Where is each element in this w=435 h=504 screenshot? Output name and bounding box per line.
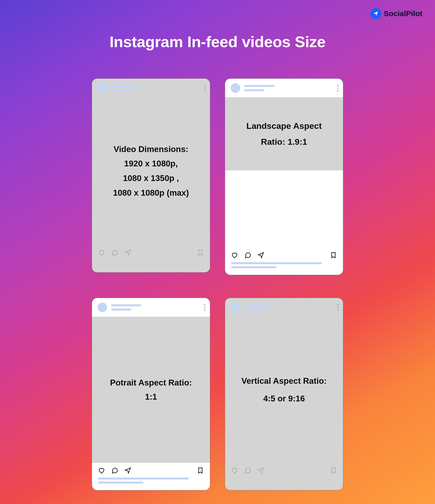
share-icon bbox=[124, 467, 131, 475]
heart-icon bbox=[98, 249, 105, 257]
share-icon bbox=[257, 467, 264, 475]
skeleton-line bbox=[111, 304, 141, 306]
skeleton-line bbox=[244, 85, 274, 87]
vertical-line: 4:5 or 9:16 bbox=[241, 392, 327, 406]
avatar bbox=[231, 83, 240, 93]
cards-grid: Video Dimensions: 1920 x 1080p, 1080 x 1… bbox=[91, 78, 344, 490]
media-area-landscape: Landscape Aspect Ratio: 1.9:1 bbox=[225, 97, 343, 170]
post-header bbox=[225, 79, 343, 97]
share-icon bbox=[124, 249, 131, 257]
portrait-line: 1:1 bbox=[110, 390, 192, 404]
bookmark-icon bbox=[330, 467, 337, 475]
dimensions-line: 1080 x 1080p (max) bbox=[113, 186, 189, 200]
caption-skeleton bbox=[98, 478, 204, 484]
skeleton-line bbox=[111, 89, 131, 91]
caption-skeleton bbox=[231, 262, 337, 268]
more-icon bbox=[337, 304, 338, 311]
media-area: Vertical Aspect Ratio: 4:5 or 9:16 bbox=[225, 317, 343, 463]
post-footer bbox=[92, 245, 210, 272]
more-icon bbox=[204, 304, 205, 311]
post-header bbox=[92, 79, 210, 97]
card-vertical: Vertical Aspect Ratio: 4:5 or 9:16 bbox=[225, 298, 343, 490]
post-footer bbox=[225, 463, 343, 490]
bookmark-icon bbox=[197, 249, 204, 257]
landscape-line: Ratio: 1.9:1 bbox=[246, 134, 322, 150]
comment-icon bbox=[111, 249, 118, 257]
vertical-line: Vertical Aspect Ratio: bbox=[241, 374, 327, 388]
bookmark-icon bbox=[330, 252, 337, 260]
bookmark-icon bbox=[197, 467, 204, 475]
dimensions-heading: Video Dimensions: bbox=[114, 142, 188, 156]
brand-badge: SocialPilot bbox=[370, 8, 422, 19]
card-video-dimensions: Video Dimensions: 1920 x 1080p, 1080 x 1… bbox=[92, 78, 210, 273]
more-icon bbox=[204, 85, 205, 91]
more-icon bbox=[337, 85, 338, 91]
heart-icon bbox=[231, 252, 238, 260]
share-icon bbox=[257, 252, 264, 260]
skeleton-line bbox=[244, 304, 274, 306]
post-footer bbox=[225, 248, 343, 275]
header-text-skeleton bbox=[111, 85, 200, 91]
header-text-skeleton bbox=[244, 85, 333, 91]
skeleton-line bbox=[244, 309, 264, 311]
portrait-line: Potrait Aspect Ratio: bbox=[110, 376, 192, 390]
paper-plane-icon bbox=[370, 8, 381, 19]
comment-icon bbox=[244, 467, 251, 475]
skeleton-line bbox=[111, 85, 141, 87]
white-space bbox=[225, 170, 343, 248]
page-title: Instagram In-feed videos Size bbox=[0, 33, 435, 51]
brand-name: SocialPilot bbox=[384, 9, 422, 18]
avatar bbox=[98, 83, 107, 93]
header-text-skeleton bbox=[244, 304, 333, 311]
heart-icon bbox=[98, 467, 105, 475]
media-area: Video Dimensions: 1920 x 1080p, 1080 x 1… bbox=[92, 97, 210, 245]
media-area: Potrait Aspect Ratio: 1:1 bbox=[92, 317, 210, 463]
post-footer bbox=[92, 463, 210, 490]
avatar bbox=[231, 303, 240, 312]
comment-icon bbox=[244, 252, 251, 260]
dimensions-line: 1080 x 1350p , bbox=[123, 171, 179, 186]
landscape-line: Landscape Aspect bbox=[246, 118, 322, 134]
post-header bbox=[92, 298, 210, 317]
dimensions-line: 1920 x 1080p, bbox=[124, 156, 178, 171]
avatar bbox=[98, 303, 107, 312]
skeleton-line bbox=[111, 309, 131, 311]
post-header bbox=[225, 298, 343, 317]
comment-icon bbox=[111, 467, 118, 475]
card-portrait: Potrait Aspect Ratio: 1:1 bbox=[92, 298, 210, 490]
heart-icon bbox=[231, 467, 238, 475]
skeleton-line bbox=[244, 89, 264, 91]
card-landscape: Landscape Aspect Ratio: 1.9:1 bbox=[225, 78, 343, 275]
header-text-skeleton bbox=[111, 304, 200, 311]
